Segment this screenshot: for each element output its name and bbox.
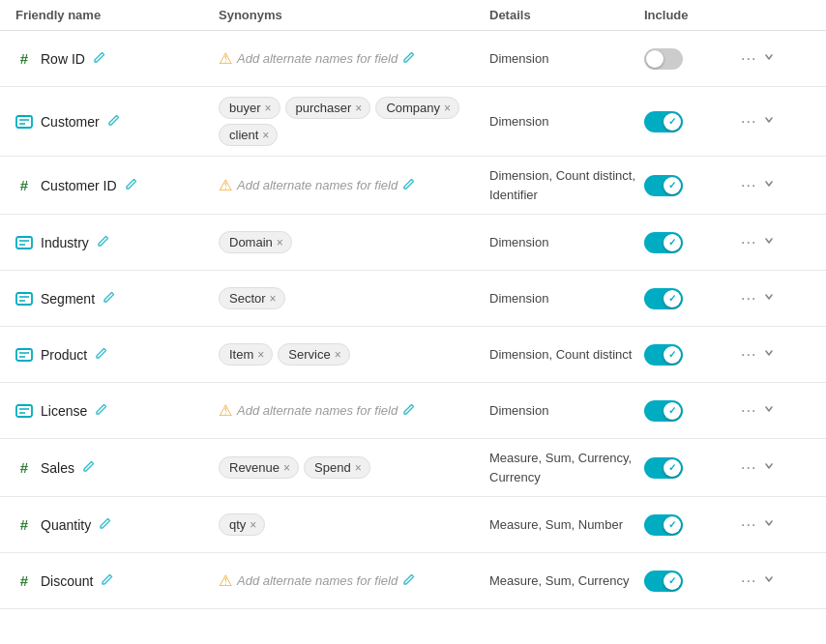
- remove-synonym-button[interactable]: ×: [355, 462, 362, 474]
- header-actions: [741, 8, 799, 22]
- toggle-track[interactable]: ✓: [644, 111, 683, 132]
- expand-row-button[interactable]: [762, 234, 776, 250]
- details-cell: Measure, Sum, Currency: [489, 571, 644, 591]
- field-name-label: License: [41, 403, 87, 419]
- edit-field-name-button[interactable]: [82, 460, 95, 476]
- table-row: #Row ID ⚠Add alternate names for field D…: [0, 31, 826, 87]
- toggle-track[interactable]: ✓: [644, 571, 683, 592]
- add-synonym-placeholder[interactable]: Add alternate names for field: [237, 178, 398, 192]
- expand-row-button[interactable]: [762, 50, 776, 67]
- edit-field-name-button[interactable]: [95, 403, 107, 419]
- edit-field-name-button[interactable]: [93, 51, 105, 67]
- table-row: Customer buyer×purchaser×Company×client×…: [0, 87, 826, 157]
- hash-icon: #: [15, 177, 33, 194]
- more-options-button[interactable]: ···: [741, 516, 756, 534]
- more-options-button[interactable]: ···: [741, 402, 756, 420]
- row-actions: ···: [741, 346, 799, 364]
- toggle-check-icon: ✓: [668, 293, 676, 304]
- row-actions: ···: [741, 113, 799, 131]
- more-options-button[interactable]: ···: [741, 290, 756, 307]
- svg-rect-9: [16, 349, 32, 361]
- row-actions: ···: [741, 402, 799, 420]
- expand-row-button[interactable]: [762, 459, 776, 476]
- remove-synonym-button[interactable]: ×: [444, 102, 451, 114]
- synonym-tag-label: Item: [229, 347, 253, 362]
- table-row: Product Item×Service×Dimension, Count di…: [0, 327, 826, 383]
- edit-field-name-button[interactable]: [97, 235, 109, 250]
- edit-field-name-button[interactable]: [103, 291, 115, 307]
- toggle-check-icon: ✓: [668, 405, 676, 416]
- expand-row-button[interactable]: [762, 177, 776, 193]
- edit-field-name-button[interactable]: [99, 517, 111, 533]
- remove-synonym-button[interactable]: ×: [257, 349, 264, 361]
- header-details: Details: [489, 8, 644, 22]
- more-options-button[interactable]: ···: [741, 234, 756, 251]
- edit-field-name-button[interactable]: [107, 114, 120, 130]
- row-actions: ···: [741, 290, 799, 307]
- include-cell: ✓: [644, 344, 741, 366]
- toggle-check-icon: ✓: [668, 116, 676, 127]
- details-cell: Dimension: [489, 401, 644, 421]
- edit-synonym-button[interactable]: [402, 573, 415, 589]
- remove-synonym-button[interactable]: ×: [265, 102, 272, 114]
- expand-row-button[interactable]: [762, 113, 776, 130]
- field-name-label: Discount: [41, 573, 93, 589]
- warning-icon: ⚠: [219, 49, 232, 68]
- header-include: Include: [644, 8, 741, 22]
- add-synonym-placeholder[interactable]: Add alternate names for field: [237, 403, 398, 418]
- synonyms-cell: ⚠Add alternate names for field: [219, 571, 489, 590]
- add-synonym-placeholder[interactable]: Add alternate names for field: [237, 51, 398, 66]
- toggle-track[interactable]: ✓: [644, 457, 683, 479]
- more-options-button[interactable]: ···: [741, 113, 756, 131]
- synonym-tag-label: buyer: [229, 101, 261, 115]
- remove-synonym-button[interactable]: ×: [283, 462, 290, 474]
- text-icon: [15, 234, 33, 251]
- add-synonym-placeholder[interactable]: Add alternate names for field: [237, 573, 398, 588]
- field-name-cell: #Customer ID: [15, 177, 219, 194]
- toggle-track[interactable]: ✓: [644, 288, 683, 309]
- remove-synonym-button[interactable]: ×: [277, 237, 283, 249]
- expand-row-button[interactable]: [762, 290, 776, 307]
- expand-row-button[interactable]: [762, 572, 776, 589]
- edit-synonym-button[interactable]: [402, 403, 415, 419]
- field-name-cell: #Row ID: [15, 50, 219, 68]
- toggle-track[interactable]: ✓: [644, 344, 683, 366]
- edit-field-name-button[interactable]: [125, 178, 137, 193]
- warning-icon: ⚠: [219, 571, 232, 590]
- synonyms-cell: Item×Service×: [219, 343, 489, 366]
- remove-synonym-button[interactable]: ×: [270, 293, 277, 305]
- remove-synonym-button[interactable]: ×: [262, 130, 269, 141]
- header-synonyms: Synonyms: [219, 8, 489, 22]
- toggle-track[interactable]: ✓: [644, 514, 683, 536]
- more-options-button[interactable]: ···: [741, 50, 756, 68]
- field-name-label: Quantity: [41, 517, 91, 533]
- more-options-button[interactable]: ···: [741, 177, 756, 194]
- toggle-track[interactable]: [644, 48, 683, 70]
- expand-row-button[interactable]: [762, 516, 776, 533]
- edit-field-name-button[interactable]: [101, 573, 113, 589]
- svg-rect-12: [16, 405, 32, 417]
- table-row: #Sales Revenue×Spend×Measure, Sum, Curre…: [0, 439, 826, 497]
- toggle-check-icon: ✓: [668, 575, 676, 586]
- expand-row-button[interactable]: [762, 402, 776, 419]
- expand-row-button[interactable]: [762, 346, 776, 363]
- edit-field-name-button[interactable]: [95, 347, 107, 363]
- more-options-button[interactable]: ···: [741, 346, 756, 364]
- table-header: Friendly name Synonyms Details Include: [0, 0, 826, 31]
- edit-synonym-button[interactable]: [402, 178, 415, 193]
- more-options-button[interactable]: ···: [741, 572, 756, 590]
- details-cell: Measure, Sum, Number: [489, 515, 644, 535]
- field-name-label: Customer ID: [41, 178, 117, 193]
- remove-synonym-button[interactable]: ×: [335, 349, 341, 361]
- more-options-button[interactable]: ···: [741, 459, 756, 477]
- synonym-tag-label: Service: [288, 347, 330, 362]
- edit-synonym-button[interactable]: [402, 51, 415, 67]
- details-cell: Dimension: [489, 49, 644, 69]
- synonym-tag: Revenue×: [219, 456, 299, 479]
- remove-synonym-button[interactable]: ×: [250, 519, 256, 531]
- row-actions: ···: [741, 177, 799, 194]
- toggle-track[interactable]: ✓: [644, 232, 683, 253]
- remove-synonym-button[interactable]: ×: [355, 102, 362, 114]
- toggle-track[interactable]: ✓: [644, 400, 683, 422]
- toggle-track[interactable]: ✓: [644, 175, 683, 196]
